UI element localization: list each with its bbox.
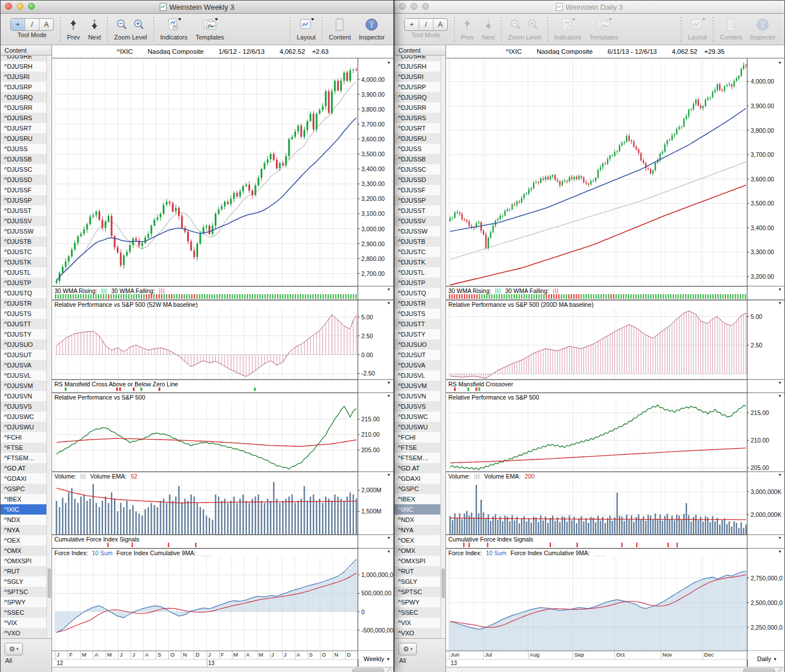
sidebar-item-djusva[interactable]: ^DJUSVA — [1, 360, 52, 370]
panel-disclosure-triangle[interactable]: ▾ — [388, 550, 390, 554]
sidebar-item-ixic[interactable]: ^IXIC — [395, 504, 445, 515]
sidebar-item-gdaxi[interactable]: ^GDAXI — [1, 473, 52, 484]
sidebar-item-djusrp[interactable]: ^DJUSRP — [1, 82, 52, 92]
text-tool-button[interactable]: A — [433, 19, 447, 30]
sidebar-item-djussf[interactable]: ^DJUSSF — [1, 185, 52, 195]
content-button[interactable]: Content — [720, 16, 742, 41]
indicators-button[interactable]: Indicators — [554, 16, 582, 41]
chart-canvas[interactable] — [446, 58, 784, 667]
panel-disclosure-triangle[interactable]: ▾ — [388, 394, 390, 398]
sidebar-item-djusva[interactable]: ^DJUSVA — [395, 360, 445, 370]
sidebar-item-djusre[interactable]: ^DJUSRE — [395, 56, 445, 61]
sidebar-item-djussb[interactable]: ^DJUSSB — [1, 154, 52, 164]
sidebar-item-djusut[interactable]: ^DJUSUT — [1, 350, 52, 360]
panel-disclosure-triangle[interactable]: ▾ — [388, 287, 390, 292]
sidebar-item-ndx[interactable]: ^NDX — [1, 515, 52, 525]
sidebar-item-omx[interactable]: ^OMX — [395, 545, 445, 556]
panel-header-volume[interactable]: Volume:||| Volume EMA:200 — [446, 472, 747, 480]
sidebar-item-djuswu[interactable]: ^DJUSWU — [1, 422, 52, 432]
panel-disclosure-triangle[interactable]: ▾ — [779, 473, 781, 477]
sidebar-item-djusrs[interactable]: ^DJUSRS — [395, 113, 445, 123]
templates-button[interactable]: Templates — [195, 16, 224, 41]
panel-header-rs-mansfield[interactable]: RS Mansfield Cross Above or Below Zero L… — [52, 380, 357, 388]
zoom-in-icon[interactable] — [133, 18, 145, 31]
sidebar-item-nya[interactable]: ^NYA — [1, 525, 52, 535]
sidebar-item-gspc[interactable]: ^GSPC — [1, 484, 52, 494]
sidebar-item-djusrp[interactable]: ^DJUSRP — [395, 82, 445, 92]
sidebar-item-ndx[interactable]: ^NDX — [395, 515, 445, 525]
panel-header-volume[interactable]: Volume:||| Volume EMA:52 — [52, 472, 357, 480]
panel-disclosure-triangle[interactable]: ▾ — [388, 473, 390, 477]
zoom-button[interactable] — [422, 3, 429, 10]
sidebar-item-ssec[interactable]: ^SSEC — [395, 607, 445, 618]
panel-header-rs-mansfield[interactable]: RS Mansfield Crossover — [446, 380, 747, 388]
sidebar-item-djusrr[interactable]: ^DJUSRR — [1, 102, 52, 113]
sidebar-item-djustb[interactable]: ^DJUSTB — [395, 236, 445, 247]
sidebar-item-oex[interactable]: ^OEX — [1, 535, 52, 545]
prev-button[interactable]: Prev — [461, 16, 474, 41]
sidebar-item-djusvn[interactable]: ^DJUSVN — [395, 391, 445, 401]
sidebar-item-djusrt[interactable]: ^DJUSRT — [1, 123, 52, 133]
panel-header-relative-performance-line[interactable]: Relative Performance vs S&P 500 — [52, 393, 357, 401]
chart-canvas[interactable] — [52, 58, 393, 667]
sidebar-item-ssec[interactable]: ^SSEC — [1, 607, 52, 618]
panel-disclosure-triangle[interactable]: ▾ — [779, 394, 781, 398]
sidebar-item-djusvm[interactable]: ^DJUSVM — [395, 381, 445, 391]
sidebar-item-ibex[interactable]: ^IBEX — [1, 494, 52, 504]
sidebar-scrollbar[interactable] — [440, 56, 445, 638]
sidebar-item-gdat[interactable]: ^GD.AT — [1, 463, 52, 473]
panel-header-force-index[interactable]: Force Index:10 Sum Force Index Cumulativ… — [446, 548, 747, 556]
line-tool-button[interactable]: / — [419, 19, 433, 30]
sidebar-item-djusrh[interactable]: ^DJUSRH — [395, 61, 445, 72]
sidebar-item-sptsc[interactable]: ^SPTSC — [1, 587, 52, 597]
panel-header-cumulative-force-index[interactable]: Cumulative Force Index Signals — [446, 535, 747, 543]
sidebar-item-djustr[interactable]: ^DJUSTR — [1, 298, 52, 309]
sidebar-item-vix[interactable]: ^VIX — [1, 618, 52, 628]
inspector-button[interactable]: i Inspector — [750, 16, 776, 41]
sidebar-item-djusru[interactable]: ^DJUSRU — [1, 133, 52, 144]
panel-disclosure-triangle[interactable]: ▾ — [388, 301, 390, 306]
resize-grip[interactable] — [387, 668, 393, 672]
layout-button[interactable]: Layout — [297, 16, 315, 41]
sidebar-item-djustp[interactable]: ^DJUSTP — [395, 278, 445, 288]
sidebar-item-djusst[interactable]: ^DJUSST — [395, 205, 445, 216]
prev-button[interactable]: Prev — [67, 16, 80, 41]
next-button[interactable]: Next — [88, 16, 101, 41]
sidebar-item-djustt[interactable]: ^DJUSTT — [395, 319, 445, 329]
sidebar-item-djussp[interactable]: ^DJUSSP — [395, 195, 445, 205]
sidebar-item-spwy[interactable]: ^SPWY — [1, 597, 52, 607]
move-tool-button[interactable]: + — [405, 19, 419, 30]
sidebar-item-djusrr[interactable]: ^DJUSRR — [395, 102, 445, 113]
sidebar-item-djusty[interactable]: ^DJUSTY — [395, 329, 445, 339]
sidebar-item-ftsem[interactable]: ^FTSEM… — [395, 453, 445, 463]
content-button[interactable]: Content — [329, 16, 351, 41]
sidebar-item-ixic[interactable]: ^IXIC — [1, 504, 52, 515]
sidebar-item-djussw[interactable]: ^DJUSSW — [1, 226, 52, 236]
sidebar-item-djuswc[interactable]: ^DJUSWC — [395, 412, 445, 422]
sidebar-item-djusri[interactable]: ^DJUSRI — [395, 72, 445, 82]
scrollbar-thumb[interactable] — [48, 568, 51, 598]
sidebar-item-oex[interactable]: ^OEX — [395, 535, 445, 545]
sidebar-item-djussv[interactable]: ^DJUSSV — [395, 216, 445, 226]
scrollbar-thumb[interactable] — [743, 669, 775, 672]
sidebar-item-djuswc[interactable]: ^DJUSWC — [1, 412, 52, 422]
sidebar-item-djustk[interactable]: ^DJUSTK — [395, 257, 445, 267]
next-button[interactable]: Next — [482, 16, 495, 41]
sidebar-item-djusvl[interactable]: ^DJUSVL — [395, 370, 445, 381]
zoom-in-icon[interactable] — [527, 18, 539, 31]
panel-header-30wma-signals[interactable]: 30 WMA Rising:||| 30 WMA Falling:||| — [52, 286, 357, 294]
sidebar-item-sgly[interactable]: ^SGLY — [1, 576, 52, 587]
sidebar-item-ftsem[interactable]: ^FTSEM… — [1, 453, 52, 463]
indicators-button[interactable]: Indicators — [160, 16, 188, 41]
sidebar-item-djussb[interactable]: ^DJUSSB — [395, 154, 445, 164]
sidebar-item-ftse[interactable]: ^FTSE — [1, 442, 52, 453]
sidebar-item-sgly[interactable]: ^SGLY — [395, 576, 445, 587]
panel-disclosure-triangle[interactable]: ▾ — [388, 381, 390, 385]
sidebar-item-djustp[interactable]: ^DJUSTP — [1, 278, 52, 288]
sidebar-item-djusrs[interactable]: ^DJUSRS — [1, 113, 52, 123]
sidebar-item-djussd[interactable]: ^DJUSSD — [1, 175, 52, 185]
sidebar-item-djusrh[interactable]: ^DJUSRH — [1, 61, 52, 72]
sidebar-item-omxspi[interactable]: ^OMXSPI — [1, 556, 52, 566]
zoom-button[interactable] — [28, 3, 35, 10]
panel-disclosure-triangle[interactable]: ▾ — [779, 287, 781, 292]
